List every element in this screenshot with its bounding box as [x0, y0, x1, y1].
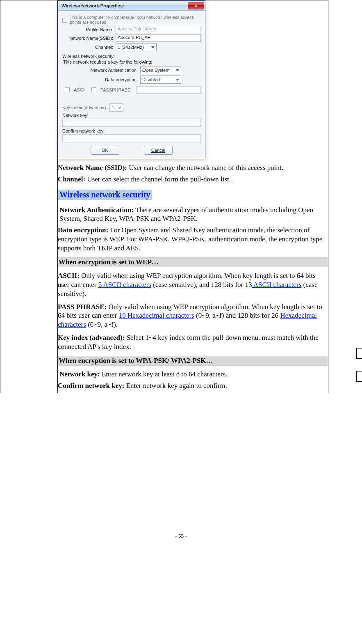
auth-select[interactable]: Open System	[140, 66, 181, 74]
ascii-chk-label: ASCII	[74, 87, 86, 92]
ok-button[interactable]: OK	[91, 146, 119, 155]
ssid-input[interactable]: Abocom-PC_AP	[116, 34, 201, 42]
para-ssid: Network Name (SSID): User can change the…	[58, 163, 328, 172]
confirmkey-label: Confirm network key:	[62, 128, 201, 133]
security-group-title: Wireless network security	[62, 54, 201, 59]
channel-label: Channel:	[62, 45, 116, 50]
passphrase-checkbox[interactable]	[91, 87, 96, 92]
ssid-label: Network Name(SSID):	[62, 36, 116, 41]
para-auth: Network Authentication: There are severa…	[58, 206, 328, 224]
adhoc-checkbox[interactable]	[62, 18, 67, 23]
dialog-title: Wireless Network Properties:	[61, 3, 124, 8]
enc-label: Data encryption:	[62, 77, 140, 82]
keyindex-label: Key index (advanced):	[62, 105, 107, 110]
link-13-ascii[interactable]: ASCII characters	[252, 281, 301, 289]
profile-name-input[interactable]: Access Point Mode	[116, 26, 201, 33]
page-number: - 55 -	[0, 533, 362, 539]
passphrase-chk-label: PASSPHRASE	[100, 87, 131, 92]
para-channel: Channel: User can select the channel for…	[58, 175, 328, 184]
profile-name-label: Profile Name:	[62, 27, 116, 32]
para-confirmkey: Confirm network key: Enter network key a…	[58, 381, 328, 390]
cancel-button[interactable]: Cancel	[144, 146, 173, 155]
enc-select[interactable]: Disabled	[140, 76, 181, 84]
adhoc-label: This is a computer-to-computer(ad hoc) n…	[70, 15, 201, 25]
netkey-label: Network key:	[62, 113, 201, 118]
link-5-ascii[interactable]: 5 ASCII characters	[98, 281, 151, 289]
link-10-hex[interactable]: 10 Hexadecimal characters	[119, 312, 194, 319]
keyindex-select[interactable]: 1	[109, 103, 123, 112]
para-keyindex: Key index (advanced): Select 1~4 key ind…	[58, 333, 328, 351]
para-netkey: Network key: Enter network key at least …	[58, 370, 328, 379]
wireless-properties-dialog: Wireless Network Properties: × This is a…	[58, 0, 205, 159]
auth-label: Network Authentication:	[62, 68, 140, 73]
passphrase-input[interactable]	[137, 86, 201, 94]
para-enc: Data encryption: For Open System and Sha…	[58, 226, 328, 252]
para-passphrase: PASS PHRASE: Only valid when using WEP e…	[58, 303, 328, 329]
confirmkey-input[interactable]	[62, 134, 201, 142]
close-icon[interactable]: ×	[188, 2, 204, 9]
margin-mark	[356, 371, 362, 382]
heading-wep: When encryption is set to WEP…	[58, 257, 328, 267]
channel-select[interactable]: 1 (2412MHz)	[116, 43, 157, 51]
para-ascii: ASCII: Only valid when using WEP encrypt…	[58, 271, 328, 298]
security-sub: This network requires a key for the foll…	[63, 60, 201, 64]
netkey-input[interactable]	[62, 119, 201, 127]
ascii-checkbox[interactable]	[65, 87, 70, 92]
heading-wpa: When encryption is set to WPA-PSK/ WPA2-…	[58, 356, 328, 366]
margin-mark	[356, 348, 362, 359]
dialog-titlebar: Wireless Network Properties: ×	[58, 1, 205, 11]
section-wireless-security: Wireless network security	[58, 190, 152, 200]
